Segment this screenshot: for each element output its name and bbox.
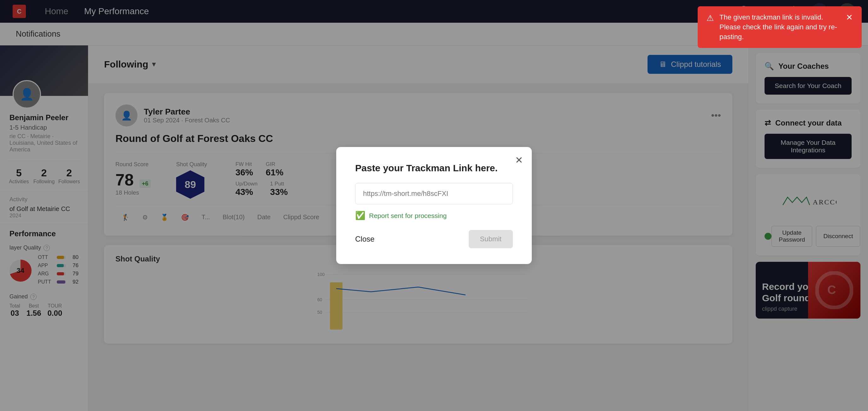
success-text: Report sent for processing (369, 212, 446, 220)
toast-notification: ⚠ The given trackman link is invalid. Pl… (698, 6, 862, 48)
modal-submit-button[interactable]: Submit (469, 230, 513, 248)
modal-footer: Close Submit (355, 230, 513, 248)
trackman-link-input[interactable] (355, 183, 513, 204)
trackman-modal: ✕ Paste your Trackman Link here. ✅ Repor… (336, 147, 532, 264)
modal-close-button[interactable]: Close (355, 235, 374, 244)
success-check-icon: ✅ (355, 211, 365, 220)
toast-warning-icon: ⚠ (707, 13, 714, 23)
modal-success-message: ✅ Report sent for processing (355, 211, 513, 220)
modal-title: Paste your Trackman Link here. (355, 163, 513, 173)
modal-overlay[interactable]: ✕ Paste your Trackman Link here. ✅ Repor… (0, 0, 868, 411)
modal-close-x-button[interactable]: ✕ (515, 155, 523, 166)
toast-message: The given trackman link is invalid. Plea… (719, 12, 837, 42)
toast-close-button[interactable]: ✕ (846, 12, 853, 22)
